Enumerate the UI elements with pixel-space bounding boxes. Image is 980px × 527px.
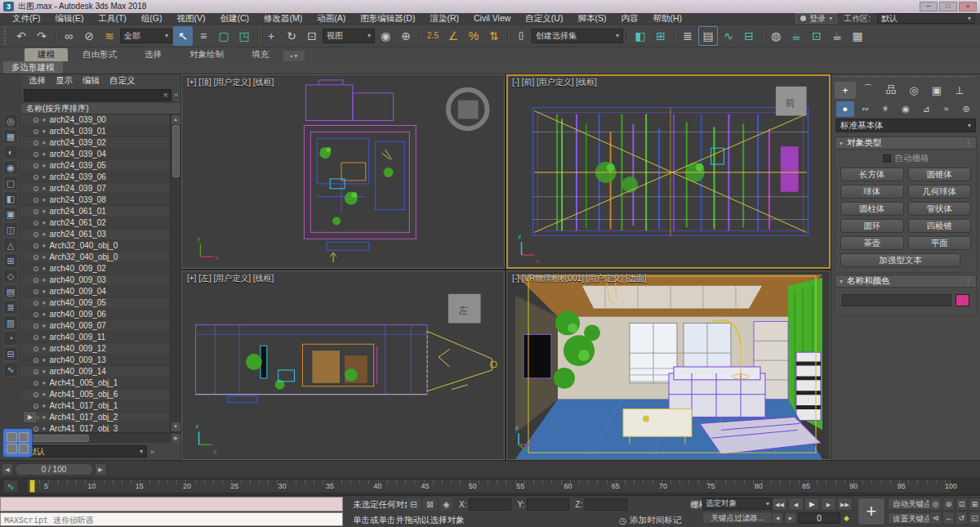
visibility-eye-icon[interactable]: ⊙: [33, 379, 39, 387]
list-item[interactable]: ⊙ ● arch40_009_11: [21, 332, 170, 343]
ribbon-tab-freeform[interactable]: 自由形式: [69, 48, 130, 61]
reference-coordinate-dropdown[interactable]: 视图▾: [323, 29, 375, 43]
ribbon-panel-polygon-modeling[interactable]: 多边形建模: [3, 61, 63, 74]
visibility-eye-icon[interactable]: ⊙: [33, 242, 39, 250]
primitive-button[interactable]: 圆环: [840, 219, 904, 233]
frame-spinner-icon[interactable]: ◀: [772, 512, 783, 524]
window-crossing-icon[interactable]: ◳: [234, 26, 254, 46]
subtab-shapes[interactable]: ∾: [857, 101, 875, 117]
mirror-icon[interactable]: ◧: [630, 26, 650, 46]
tab-utilities[interactable]: ⊥: [949, 82, 970, 99]
list-item[interactable]: ⊙ ● Arch41_017_obj_2: [21, 412, 170, 423]
list-item[interactable]: ⊙ ● arch24_039_04: [21, 149, 170, 160]
visibility-eye-icon[interactable]: ⊙: [33, 333, 39, 342]
rollout-pin-icon[interactable]: ⋮: [964, 277, 972, 285]
visibility-eye-icon[interactable]: ⊙: [33, 196, 39, 204]
layout-tabs-flyout-icon[interactable]: ▶: [23, 411, 38, 423]
select-rotate-icon[interactable]: ↻: [282, 26, 301, 46]
visibility-eye-icon[interactable]: ⊙: [33, 345, 39, 353]
subtab-geometry[interactable]: ●: [836, 101, 854, 117]
primitive-button[interactable]: 圆柱体: [840, 202, 904, 216]
viewport-label[interactable]: [-] [VR物理相机001] [用户定义] [边面]: [512, 273, 646, 284]
display-filter-icon[interactable]: ◔: [3, 331, 18, 346]
subtab-systems[interactable]: ⊛: [957, 101, 975, 117]
list-item[interactable]: ⊙ ● arch40_009_04: [21, 286, 170, 297]
orbit-icon[interactable]: ↺: [956, 511, 968, 525]
mini-curve-editor-icon[interactable]: ∿: [3, 480, 18, 493]
list-item[interactable]: ⊙ ● arch24_039_06: [21, 172, 170, 183]
visibility-eye-icon[interactable]: ⊙: [33, 368, 39, 376]
maximize-viewport-icon[interactable]: ◱: [969, 511, 980, 525]
list-item[interactable]: ⊙ ● Arch32_040_obj_0: [21, 252, 170, 263]
frozen-dot-icon[interactable]: ●: [42, 253, 47, 261]
primitive-button[interactable]: 圆锥体: [908, 167, 972, 181]
subtab-helpers[interactable]: ⊿: [917, 101, 935, 117]
maxscript-macro-recorder[interactable]: [0, 497, 343, 511]
frozen-dot-icon[interactable]: ●: [42, 276, 47, 284]
scroll-right-icon[interactable]: ▶: [172, 434, 180, 443]
redo-icon[interactable]: ↷: [32, 26, 51, 46]
list-item[interactable]: ⊙ ● arch24_039_05: [21, 160, 170, 172]
visibility-eye-icon[interactable]: ⊙: [33, 310, 39, 319]
previous-key-icon[interactable]: ◀: [788, 498, 804, 511]
selection-region-icon[interactable]: ▢: [214, 26, 234, 46]
workspace-dropdown[interactable]: 默认 ▾: [877, 13, 975, 24]
menu-item[interactable]: 渲染(R): [422, 13, 466, 25]
select-scale-icon[interactable]: ⊡: [302, 26, 322, 46]
viewport-label[interactable]: [-] [前] [用户定义] [线框]: [512, 77, 597, 88]
select-object-icon[interactable]: ↖: [173, 26, 193, 46]
scrollbar-thumb[interactable]: [32, 435, 89, 442]
render-production-icon[interactable]: ☕: [827, 26, 847, 46]
list-item[interactable]: ⊙ ● arch24_039_08: [21, 194, 170, 206]
snap-toggle-icon[interactable]: 2.5: [423, 26, 443, 46]
object-color-swatch[interactable]: [956, 294, 969, 306]
key-filter-scope-dropdown[interactable]: 选定对象 ▾: [702, 498, 773, 510]
edit-named-sets-icon[interactable]: {}: [511, 26, 531, 46]
object-name-input[interactable]: [842, 294, 951, 306]
field-of-view-icon[interactable]: ⊲: [929, 511, 942, 525]
frozen-dot-icon[interactable]: ●: [42, 196, 47, 203]
display-filter-icon[interactable]: ⊞: [3, 253, 18, 268]
list-item[interactable]: ⊙ ● arch40_009_06: [21, 309, 170, 320]
display-filter-icon[interactable]: ≣: [3, 300, 18, 315]
primitive-button[interactable]: 长方体: [840, 167, 904, 181]
layer-manager-icon[interactable]: ≣: [678, 26, 697, 46]
curve-editor-icon[interactable]: ∿: [719, 26, 738, 46]
list-item[interactable]: ⊙ ● arch24_039_02: [21, 137, 170, 149]
menu-item[interactable]: 编辑(E): [47, 13, 91, 25]
current-frame-field[interactable]: 0: [798, 512, 840, 524]
menu-item[interactable]: 帮助(H): [645, 13, 689, 25]
frozen-dot-icon[interactable]: ●: [42, 230, 47, 238]
ribbon-tab-modeling[interactable]: 建模: [24, 48, 68, 61]
primitive-button[interactable]: 四棱锥: [908, 219, 972, 233]
angle-snap-icon[interactable]: ∠: [443, 26, 463, 46]
explorer-menu-item[interactable]: 显示: [51, 75, 77, 87]
viewport-layout-button[interactable]: [2, 428, 33, 458]
rollout-object-type[interactable]: ▾ 对象类型 ⋮: [835, 136, 977, 150]
ribbon-tab-selection[interactable]: 选择: [131, 48, 175, 61]
go-to-start-icon[interactable]: ◀◀: [772, 498, 787, 511]
frozen-dot-icon[interactable]: ●: [42, 368, 47, 375]
frozen-dot-icon[interactable]: ●: [42, 265, 47, 272]
bind-spacewarp-icon[interactable]: ≋: [100, 26, 119, 46]
frozen-dot-icon[interactable]: ●: [42, 162, 47, 169]
visibility-eye-icon[interactable]: ⊙: [33, 299, 39, 307]
list-item[interactable]: ⊙ ● arch24_061_01: [21, 206, 170, 217]
explorer-menu-item[interactable]: 编辑: [78, 75, 104, 87]
schematic-view-icon[interactable]: ⊟: [739, 26, 759, 46]
frozen-dot-icon[interactable]: ●: [42, 219, 47, 226]
menu-item[interactable]: 工具(T): [91, 13, 133, 25]
display-filter-icon[interactable]: ▦: [3, 129, 18, 144]
display-filter-icon[interactable]: ▥: [3, 315, 18, 330]
x-coordinate-field[interactable]: [469, 498, 511, 511]
visibility-eye-icon[interactable]: ⊙: [33, 185, 39, 193]
zoom-extents-icon[interactable]: ⊡: [956, 498, 968, 511]
next-key-icon[interactable]: ▶: [821, 498, 836, 511]
frozen-dot-icon[interactable]: ●: [42, 242, 47, 249]
signin-dropdown[interactable]: 登录 ▾: [795, 13, 837, 24]
zoom-icon[interactable]: ◎: [929, 498, 942, 511]
list-item[interactable]: ⊙ ● arch24_039_07: [21, 183, 170, 194]
visibility-eye-icon[interactable]: ⊙: [33, 356, 39, 364]
list-item[interactable]: ⊙ ● arch40_009_12: [21, 343, 170, 355]
list-item[interactable]: ⊙ ● arch24_039_01: [21, 126, 170, 137]
